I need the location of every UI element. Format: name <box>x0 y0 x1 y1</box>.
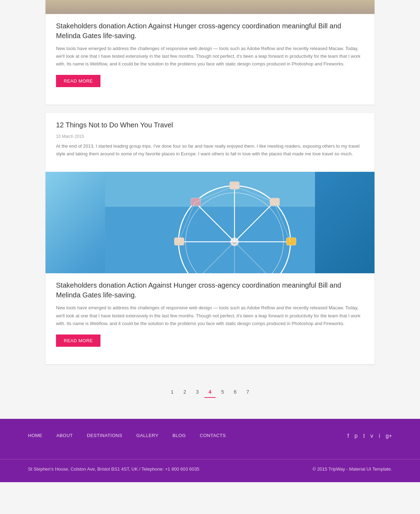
card-2-intro: At the end of 2013, I started leading gr… <box>56 142 364 158</box>
page-1[interactable]: 1 <box>167 387 178 398</box>
footer: HOME ABOUT DESTINATIONS GALLERY BLOG CON… <box>0 419 420 482</box>
card-2-article-title: 12 Things Not to Do When You Travel <box>56 120 364 130</box>
vimeo-icon[interactable]: v <box>370 433 373 439</box>
instagram-icon[interactable]: i <box>379 433 380 439</box>
card-2-title: Stakeholders donation Action Against Hun… <box>56 280 364 300</box>
card-1-text: New tools have emerged to address the ch… <box>56 45 364 68</box>
footer-nav-blog[interactable]: BLOG <box>173 433 186 438</box>
footer-nav-about[interactable]: ABOUT <box>56 433 73 438</box>
card-1-top-image <box>46 0 374 14</box>
svg-rect-1 <box>105 172 315 207</box>
page-6[interactable]: 6 <box>230 387 241 398</box>
footer-top-row: HOME ABOUT DESTINATIONS GALLERY BLOG CON… <box>0 433 420 452</box>
footer-nav: HOME ABOUT DESTINATIONS GALLERY BLOG CON… <box>28 433 226 438</box>
card-2-body: Stakeholders donation Action Against Hun… <box>46 273 374 353</box>
pagination: 1 2 3 4 5 6 7 <box>46 373 374 419</box>
footer-address: St Stephen's House, Colston Ave, Bristol… <box>28 466 199 472</box>
blog-card-1: Stakeholders donation Action Against Hun… <box>46 0 374 105</box>
page-7[interactable]: 7 <box>242 387 253 398</box>
page-4-active[interactable]: 4 <box>204 387 216 398</box>
footer-nav-home[interactable]: HOME <box>28 433 42 438</box>
svg-rect-17 <box>286 238 296 245</box>
card-2-text: New tools have emerged to address the ch… <box>56 304 364 327</box>
ferris-wheel-image <box>46 172 374 273</box>
svg-rect-20 <box>174 238 184 245</box>
facebook-icon[interactable]: f <box>347 433 349 439</box>
footer-bottom: St Stephen's House, Colston Ave, Bristol… <box>0 459 420 472</box>
svg-rect-18 <box>270 198 280 206</box>
card-1-body: Stakeholders donation Action Against Hun… <box>46 14 374 94</box>
page-3[interactable]: 3 <box>192 387 203 398</box>
footer-nav-contacts[interactable]: CONTACTS <box>200 433 226 438</box>
footer-copyright: © 2015 TripWay - Material UI Template. <box>313 466 392 472</box>
svg-rect-16 <box>230 182 239 189</box>
card-1-title: Stakeholders donation Action Against Hun… <box>56 21 364 41</box>
page-5[interactable]: 5 <box>217 387 228 398</box>
page-2[interactable]: 2 <box>179 387 190 398</box>
googleplus-icon[interactable]: g+ <box>386 433 392 439</box>
card-2-read-more-button[interactable]: Read More <box>56 335 100 347</box>
footer-social: f p t v i g+ <box>347 433 392 439</box>
twitter-icon[interactable]: t <box>363 433 365 439</box>
card-2-date: 10 March 2015 <box>56 134 364 139</box>
footer-nav-gallery[interactable]: GALLERY <box>136 433 158 438</box>
card-2-header: 12 Things Not to Do When You Travel 10 M… <box>46 113 374 172</box>
footer-nav-destinations[interactable]: DESTINATIONS <box>87 433 122 438</box>
pinterest-icon[interactable]: p <box>355 433 358 439</box>
blog-card-2: 12 Things Not to Do When You Travel 10 M… <box>46 113 374 364</box>
card-1-read-more-button[interactable]: Read More <box>56 75 100 87</box>
